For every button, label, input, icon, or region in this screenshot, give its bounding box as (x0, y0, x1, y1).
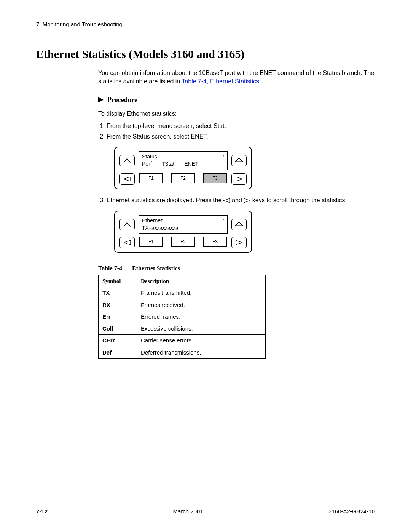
tx-value: xxxxxxxxxx (152, 224, 178, 232)
fkey-f1[interactable]: F1 (139, 173, 163, 183)
svg-marker-12 (236, 240, 242, 245)
left-triangle-icon (124, 177, 131, 181)
ethernet-statistics-table: Symbol Description TX Frames transmitted… (98, 275, 266, 359)
doc-number: 3160-A2-GB24-10 (328, 508, 375, 514)
page: 7. Monitoring and Troubleshooting Ethern… (0, 0, 411, 532)
right-triangle-icon (236, 177, 242, 181)
display-item-perf: Perf (142, 160, 152, 168)
right-button[interactable] (231, 173, 247, 185)
lcd-panel: → Ethernet: TX=xxxxxxxxxx (114, 211, 252, 253)
home-up-icon (235, 158, 243, 163)
footer-rule (36, 505, 375, 505)
svg-marker-1 (124, 158, 131, 163)
svg-marker-0 (98, 97, 104, 102)
home-up-icon (235, 222, 243, 227)
svg-marker-2 (235, 158, 243, 162)
fkey-f2[interactable]: F2 (171, 173, 195, 183)
col-symbol: Symbol (99, 275, 137, 287)
home-button[interactable] (231, 155, 247, 166)
svg-marker-4 (124, 177, 131, 181)
table-row: Err Errored frames. (99, 311, 266, 323)
procedure-lead: To display Ethernet statistics: (98, 110, 375, 118)
lcd-display: → Ethernet: TX=xxxxxxxxxx (139, 215, 228, 234)
svg-marker-11 (124, 240, 131, 245)
body-column: You can obtain information about the 10B… (98, 69, 375, 359)
lcd-display: → Status: Perf TStat ENET (139, 151, 228, 170)
right-arrow-icon: → (220, 216, 225, 223)
fkey-f3[interactable]: F3 (203, 173, 227, 183)
cell-symbol: TX (99, 287, 137, 299)
right-arrow-icon: → (220, 152, 225, 159)
up-triangle-icon (124, 222, 131, 227)
lcd-panel-status: → Status: Perf TStat ENET (114, 147, 375, 189)
svg-marker-9 (235, 222, 243, 226)
cell-symbol: Coll (99, 323, 137, 335)
tx-label: TX= (142, 224, 152, 232)
step3-a: Ethernet statistics are displayed. Press… (107, 197, 223, 203)
svg-marker-6 (224, 198, 230, 203)
fkey-row: F1 F2 F3 (139, 237, 228, 248)
cell-desc: Frames received. (137, 299, 266, 311)
step-3: Ethernet statistics are displayed. Press… (107, 196, 375, 204)
home-button[interactable] (231, 219, 247, 230)
cell-desc: Deferred transmissions. (137, 347, 266, 358)
up-triangle-icon (124, 158, 131, 163)
cell-desc: Frames transmitted. (137, 287, 266, 299)
cell-symbol: Def (99, 347, 137, 358)
footer-date: March 2001 (173, 508, 203, 514)
intro-paragraph: You can obtain information about the 10B… (98, 69, 375, 85)
cell-symbol: Err (99, 311, 137, 323)
right-triangle-icon (244, 198, 250, 203)
col-description: Description (137, 275, 266, 287)
step-1: From the top-level menu screen, select S… (107, 122, 375, 130)
table-crossref[interactable]: Table 7-4, Ethernet Statistics (182, 78, 259, 85)
procedure-heading: Procedure (98, 95, 375, 104)
right-button[interactable] (231, 237, 247, 248)
fkey-row: F1 F2 F3 (139, 173, 228, 185)
table-caption-title: Ethernet Statistics (132, 265, 180, 272)
svg-marker-8 (124, 222, 131, 227)
table-row: Def Deferred transmissions. (99, 347, 266, 358)
up-button[interactable] (119, 219, 135, 230)
page-footer: 7-12 March 2001 3160-A2-GB24-10 (36, 505, 375, 514)
step3-b: and (232, 197, 244, 203)
display-item-enet: ENET (184, 160, 198, 168)
cell-symbol: RX (99, 299, 137, 311)
fkey-f2[interactable]: F2 (171, 237, 195, 247)
svg-marker-7 (244, 198, 250, 203)
section-title: Ethernet Statistics (Models 3160 and 316… (36, 48, 375, 61)
page-number: 7-12 (36, 508, 48, 514)
right-triangle-icon (236, 240, 242, 245)
display-title: Status: (142, 153, 224, 160)
procedure-steps-cont: Ethernet statistics are displayed. Press… (98, 196, 375, 204)
svg-marker-5 (236, 177, 242, 181)
table-row: CErr Carrier sense errors. (99, 335, 266, 347)
fkey-f3[interactable]: F3 (203, 237, 227, 247)
table-row: RX Frames received. (99, 299, 266, 311)
procedure-label: Procedure (107, 95, 137, 104)
left-triangle-icon (223, 198, 230, 203)
lcd-panel: → Status: Perf TStat ENET (114, 147, 252, 189)
table-caption: Table 7-4. Ethernet Statistics (98, 264, 375, 273)
intro-text-post: . (259, 78, 261, 85)
lcd-panel-ethernet: → Ethernet: TX=xxxxxxxxxx (114, 211, 375, 253)
cell-symbol: CErr (99, 335, 137, 347)
table-row: Coll Excessive collisions. (99, 323, 266, 335)
cell-desc: Errored frames. (137, 311, 266, 323)
table-header-row: Symbol Description (99, 275, 266, 287)
play-triangle-icon (98, 97, 104, 102)
left-button[interactable] (119, 173, 135, 185)
running-header: 7. Monitoring and Troubleshooting (36, 21, 375, 27)
procedure-steps: From the top-level menu screen, select S… (98, 122, 375, 141)
header-rule (36, 29, 375, 29)
left-button[interactable] (119, 237, 135, 248)
step3-c: keys to scroll through the statistics. (252, 197, 347, 203)
left-triangle-icon (124, 240, 131, 245)
up-button[interactable] (119, 155, 135, 166)
display-title: Ethernet: (142, 217, 224, 224)
fkey-f1[interactable]: F1 (139, 237, 163, 247)
table-row: TX Frames transmitted. (99, 287, 266, 299)
table-caption-number: Table 7-4. (98, 265, 124, 272)
display-item-tstat: TStat (162, 160, 174, 168)
cell-desc: Carrier sense errors. (137, 335, 266, 347)
